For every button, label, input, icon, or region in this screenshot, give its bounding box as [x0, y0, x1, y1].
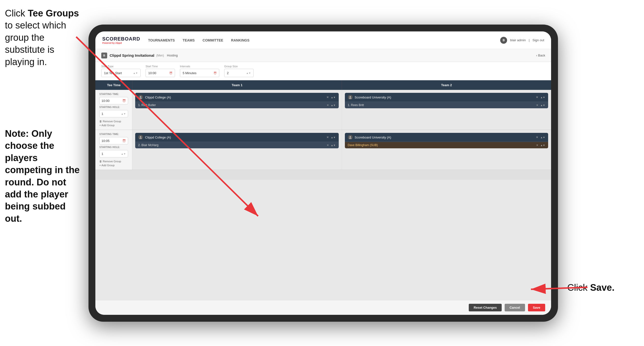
svg-point-3	[349, 98, 352, 99]
tee-time-col-2: STARTING TIME: 10:05 ⏰ STARTING HOLE: 1 …	[95, 130, 132, 170]
sign-out-link[interactable]: Sign out	[532, 38, 544, 42]
start-time-label: Start Time	[146, 65, 175, 68]
back-button[interactable]: Back	[536, 53, 545, 57]
group-row-1: STARTING TIME: 10:00 ⏰ STARTING HOLE: 1 …	[95, 90, 551, 130]
save-button[interactable]: Save	[528, 304, 545, 311]
team1-card-2: Clippd College (A) ✕ ▲▼ 2. Blair McHarg …	[135, 133, 339, 148]
starting-hole-input-2[interactable]: 1 ▲▼	[99, 150, 128, 157]
logo-scoreboard: SCOREBOARD	[102, 36, 140, 42]
nav-right: B blair admin | Sign out	[500, 37, 544, 44]
start-type-label: Start Type	[101, 65, 140, 68]
intervals-label: Intervals	[180, 65, 219, 68]
team2-name-2: Scoreboard University (A)	[355, 136, 534, 139]
svg-point-2	[350, 96, 351, 97]
svg-point-7	[349, 138, 352, 139]
team2-card-header-2: Scoreboard University (A) ✕ ▲▼	[345, 133, 548, 142]
team2-arrows-2[interactable]: ▲▼	[540, 136, 545, 139]
nav-committee[interactable]: COMMITTEE	[202, 37, 223, 43]
intervals-group: Intervals 5 Minutes ⏰	[180, 65, 219, 77]
team2-controls-1: ✕ ▲▼	[536, 95, 545, 99]
remove-group-2[interactable]: 🗑 Remove Group	[99, 160, 128, 163]
start-type-group: Start Type 1st Tee Start ▲▼	[101, 65, 140, 77]
breadcrumb-badge: (Men)	[156, 54, 164, 57]
starting-time-label-2: STARTING TIME:	[99, 133, 128, 136]
start-time-input[interactable]: 10:00 ⏰	[146, 69, 175, 77]
instruction-part2: to select which group the substitute is …	[5, 20, 66, 67]
tablet-device: SCOREBOARD Powered by clippd TOURNAMENTS…	[88, 24, 558, 322]
team1-arrows-1[interactable]: ▲▼	[331, 96, 336, 99]
team1-icon-2	[138, 135, 143, 140]
starting-hole-input-1[interactable]: 1 ▲▼	[99, 110, 128, 117]
player-row-2-1: 1. Rees Britt ✕ ▲▼	[345, 102, 548, 108]
logo-area: SCOREBOARD Powered by clippd	[102, 36, 140, 44]
player-row-1-2: 2. Blair McHarg ✕ ▲▼	[135, 142, 339, 148]
player-name-1-2: 2. Blair McHarg	[138, 143, 325, 147]
team1-col-2: Clippd College (A) ✕ ▲▼ 2. Blair McHarg …	[132, 130, 342, 170]
cancel-button[interactable]: Cancel	[505, 304, 525, 311]
nav-tournaments[interactable]: TOURNAMENTS	[148, 37, 175, 43]
group-size-label: Group Size	[224, 65, 254, 68]
tee-time-col-1: STARTING TIME: 10:00 ⏰ STARTING HOLE: 1 …	[95, 90, 132, 130]
player-close-1-2[interactable]: ✕	[327, 144, 329, 147]
teams-area-1: Clippd College (A) ✕ ▲▼ 1. Rich Butler ✕…	[132, 90, 551, 130]
col-header-tee-time: Tee Time	[95, 80, 132, 90]
team2-close-2[interactable]: ✕	[536, 136, 538, 139]
starting-time-label-1: STARTING TIME:	[99, 93, 128, 95]
note-text: Note: Only choose the players competing …	[5, 128, 81, 225]
note-bold: Only choose the players competing in the…	[5, 128, 80, 224]
team1-close-2[interactable]: ✕	[326, 136, 329, 139]
team1-card-header-1: Clippd College (A) ✕ ▲▼	[135, 93, 339, 102]
svg-point-1	[139, 98, 142, 99]
sub-player-close[interactable]: ✕	[536, 144, 538, 147]
breadcrumb-title: Clippd Spring Invitational	[110, 53, 154, 57]
group-size-group: Group Size 2 ▲▼	[224, 65, 254, 77]
teams-area-2: Clippd College (A) ✕ ▲▼ 2. Blair McHarg …	[132, 130, 551, 170]
start-type-input[interactable]: 1st Tee Start ▲▼	[101, 69, 140, 77]
team2-name-1: Scoreboard University (A)	[355, 95, 534, 99]
logo-powered: Powered by clippd	[102, 42, 140, 44]
column-headers: Tee Time Team 1 Team 2	[95, 80, 551, 90]
team1-controls-1: ✕ ▲▼	[326, 95, 336, 99]
team1-arrows-2[interactable]: ▲▼	[331, 136, 336, 139]
team2-icon-1	[348, 95, 353, 100]
tee-time-input-2[interactable]: 10:05 ⏰	[99, 137, 128, 144]
add-group-2[interactable]: + Add Group	[99, 164, 128, 167]
group-size-input[interactable]: 2 ▲▼	[224, 69, 254, 77]
tee-actions-1: 🗑 Remove Group + Add Group	[99, 120, 128, 127]
team1-close-1[interactable]: ✕	[326, 95, 329, 99]
player-arrows-1-2[interactable]: ▲▼	[331, 144, 336, 147]
nav-links: TOURNAMENTS TEAMS COMMITTEE RANKINGS	[148, 37, 500, 43]
group-row-2: STARTING TIME: 10:05 ⏰ STARTING HOLE: 1 …	[95, 130, 551, 170]
instruction-text: Click Tee Groups to select which group t…	[5, 7, 81, 68]
team2-card-1: Scoreboard University (A) ✕ ▲▼ 1. Rees B…	[345, 93, 548, 108]
team2-close-1[interactable]: ✕	[536, 95, 538, 99]
breadcrumb-icon: B	[101, 52, 107, 58]
logo-brand: clippd	[115, 42, 122, 44]
nav-teams[interactable]: TEAMS	[183, 37, 195, 43]
click-save-bold: Save.	[590, 282, 614, 293]
player-close-1-1[interactable]: ✕	[327, 104, 329, 107]
team2-card-2: Scoreboard University (A) ✕ ▲▼ Dave Bill…	[345, 133, 548, 148]
player-close-2-1[interactable]: ✕	[536, 104, 538, 107]
team2-arrows-1[interactable]: ▲▼	[540, 96, 545, 99]
breadcrumb-bar: B Clippd Spring Invitational (Men) Hosti…	[95, 49, 551, 62]
reset-button[interactable]: Reset Changes	[469, 304, 502, 311]
nav-separator: |	[529, 38, 530, 42]
starting-hole-label-1: STARTING HOLE:	[99, 106, 128, 108]
intervals-input[interactable]: 5 Minutes ⏰	[180, 69, 219, 77]
team1-name-1: Clippd College (A)	[145, 95, 324, 99]
player-arrows-1-1[interactable]: ▲▼	[331, 104, 336, 107]
remove-group-1[interactable]: 🗑 Remove Group	[99, 120, 128, 123]
col-header-team2: Team 2	[342, 80, 551, 90]
note-label: Note:	[5, 128, 32, 139]
starting-hole-label-2: STARTING HOLE:	[99, 146, 128, 149]
sub-player-arrows[interactable]: ▲▼	[540, 144, 545, 147]
tee-time-input-1[interactable]: 10:00 ⏰	[99, 97, 128, 104]
start-time-group: Start Time 10:00 ⏰	[146, 65, 175, 77]
add-group-1[interactable]: + Add Group	[99, 124, 128, 127]
player-arrows-2-1[interactable]: ▲▼	[540, 104, 545, 107]
team1-col-1: Clippd College (A) ✕ ▲▼ 1. Rich Butler ✕…	[132, 90, 342, 130]
nav-rankings[interactable]: RANKINGS	[231, 37, 250, 43]
breadcrumb-hosting: Hosting	[167, 53, 178, 57]
sub-player-row: Dave Billingham (SUB) ✕ ▲▼	[345, 142, 548, 148]
